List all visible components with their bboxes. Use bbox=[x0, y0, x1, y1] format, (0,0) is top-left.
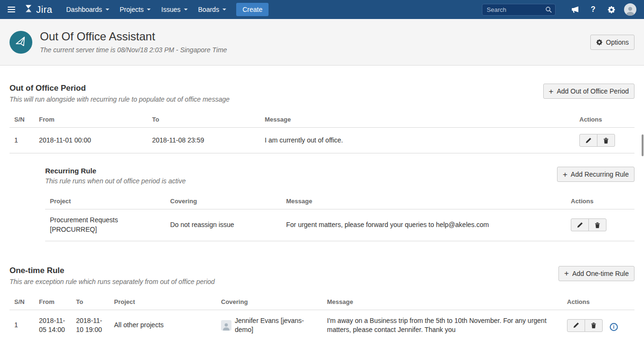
server-time-subtitle: The current server time is 08/Nov/18 2:0… bbox=[40, 46, 227, 54]
plus-icon: + bbox=[563, 172, 567, 177]
col-header-actions: Actions bbox=[575, 112, 634, 128]
onetime-row-sn: 1 bbox=[10, 310, 34, 341]
page-header: Out Of Office Assistant The current serv… bbox=[0, 19, 644, 66]
search-input[interactable] bbox=[482, 4, 556, 16]
add-period-label: Add Out of Office Period bbox=[557, 87, 629, 95]
col-header-sn: S/N bbox=[10, 112, 34, 128]
jira-logo-text: Jira bbox=[36, 4, 52, 15]
plus-icon: + bbox=[549, 89, 554, 94]
onetime-row-covering: Jennifer Evans [jevans-demo] bbox=[235, 316, 317, 335]
col-header-covering: Covering bbox=[165, 193, 281, 209]
nav-projects-label: Projects bbox=[120, 6, 144, 13]
recurring-section-title: Recurring Rule bbox=[45, 167, 557, 175]
jira-logo[interactable]: Jira bbox=[24, 4, 52, 15]
add-one-time-rule-button[interactable]: + Add One-time Rule bbox=[558, 266, 634, 281]
onetime-row-project: All other projects bbox=[109, 310, 216, 341]
add-out-of-office-period-button[interactable]: + Add Out of Office Period bbox=[543, 84, 634, 99]
recurring-row-project: Procurement Requests [PROCURREQ] bbox=[45, 209, 165, 241]
add-recurring-label: Add Recurring Rule bbox=[571, 170, 629, 178]
col-header-message: Message bbox=[281, 193, 566, 209]
period-row-sn: 1 bbox=[10, 128, 34, 153]
chevron-down-icon bbox=[147, 9, 151, 10]
col-header-from: From bbox=[34, 294, 71, 310]
jira-logo-icon bbox=[24, 4, 33, 15]
options-button-label: Options bbox=[606, 38, 629, 46]
nav-boards-label: Boards bbox=[198, 6, 219, 13]
recurring-row-message: For urgent matters, please forward your … bbox=[281, 209, 566, 241]
add-recurring-rule-button[interactable]: + Add Recurring Rule bbox=[557, 167, 634, 182]
nav-dashboards[interactable]: Dashboards bbox=[61, 0, 115, 19]
chevron-down-icon bbox=[222, 9, 226, 10]
edit-button[interactable] bbox=[579, 134, 597, 147]
top-navbar: Jira Dashboards Projects Issues Boards C… bbox=[0, 0, 644, 19]
nav-projects[interactable]: Projects bbox=[115, 0, 156, 19]
user-avatar[interactable] bbox=[624, 3, 636, 16]
add-onetime-label: Add One-time Rule bbox=[572, 270, 629, 277]
col-header-from: From bbox=[34, 112, 147, 128]
table-row: 1 2018-11-01 00:00 2018-11-08 23:59 I am… bbox=[10, 128, 634, 153]
recurring-section-subtitle: This rule runs when out of office period… bbox=[45, 177, 557, 185]
recurring-row-covering: Do not reassign issue bbox=[165, 209, 281, 241]
col-header-actions: Actions bbox=[566, 193, 634, 209]
nav-issues-label: Issues bbox=[161, 6, 180, 13]
col-header-actions: Actions bbox=[557, 294, 634, 310]
period-row-to: 2018-11-08 23:59 bbox=[147, 128, 260, 153]
paper-plane-icon bbox=[10, 31, 32, 54]
help-glyph: ? bbox=[591, 5, 596, 14]
user-avatar bbox=[221, 320, 231, 331]
options-button[interactable]: Options bbox=[590, 35, 634, 50]
gear-icon[interactable] bbox=[606, 4, 616, 15]
quick-search bbox=[482, 4, 556, 16]
col-header-project: Project bbox=[45, 193, 165, 209]
onetime-table: S/N From To Project Covering Message Act… bbox=[10, 294, 634, 341]
col-header-message: Message bbox=[260, 112, 575, 128]
col-header-covering: Covering bbox=[216, 294, 322, 310]
col-header-to: To bbox=[147, 112, 260, 128]
info-icon[interactable]: i bbox=[610, 323, 618, 331]
period-section-title: Out of Office Period bbox=[10, 84, 543, 93]
period-section-subtitle: This will run alongside with recurring r… bbox=[10, 95, 543, 103]
search-icon[interactable] bbox=[545, 6, 552, 15]
table-row: Procurement Requests [PROCURREQ] Do not … bbox=[45, 209, 634, 241]
recurring-rule-section: Recurring Rule This rule runs when out o… bbox=[45, 167, 634, 241]
onetime-row-from: 2018-11-05 14:00 bbox=[34, 310, 71, 341]
period-row-from: 2018-11-01 00:00 bbox=[34, 128, 147, 153]
nav-dashboards-label: Dashboards bbox=[66, 6, 102, 13]
covering-user: Jennifer Evans [jevans-demo] bbox=[221, 316, 317, 335]
create-button[interactable]: Create bbox=[236, 3, 269, 16]
gear-icon bbox=[596, 39, 603, 46]
delete-button[interactable] bbox=[585, 319, 603, 332]
plus-icon: + bbox=[564, 271, 569, 276]
out-of-office-period-section: Out of Office Period This will run along… bbox=[10, 84, 634, 241]
period-row-message: I am currently out of office. bbox=[260, 128, 575, 153]
recurring-table: Project Covering Message Actions Procure… bbox=[45, 193, 634, 241]
scrollbar-thumb[interactable] bbox=[642, 134, 644, 156]
page-title: Out Of Office Assistant bbox=[40, 30, 227, 43]
period-table: S/N From To Message Actions 1 2018-11-01… bbox=[10, 112, 634, 153]
delete-button[interactable] bbox=[588, 218, 606, 231]
hamburger-menu-icon[interactable] bbox=[8, 7, 15, 12]
one-time-rule-section: One-time Rule This are exception rule wh… bbox=[10, 266, 634, 341]
megaphone-icon[interactable] bbox=[570, 4, 580, 15]
col-header-message: Message bbox=[322, 294, 557, 310]
onetime-section-subtitle: This are exception rule which runs separ… bbox=[10, 278, 558, 285]
col-header-to: To bbox=[71, 294, 109, 310]
onetime-row-message: I'm away on a Business trip from the 5th… bbox=[322, 310, 557, 341]
delete-button[interactable] bbox=[597, 134, 615, 147]
edit-button[interactable] bbox=[567, 319, 585, 332]
nav-boards[interactable]: Boards bbox=[193, 0, 231, 19]
edit-button[interactable] bbox=[571, 218, 589, 231]
col-header-project: Project bbox=[109, 294, 216, 310]
col-header-sn: S/N bbox=[10, 294, 34, 310]
chevron-down-icon bbox=[184, 9, 188, 10]
nav-issues[interactable]: Issues bbox=[156, 0, 192, 19]
help-icon[interactable]: ? bbox=[588, 4, 598, 15]
onetime-row-to: 2018-11-10 19:00 bbox=[71, 310, 109, 341]
table-row: 1 2018-11-05 14:00 2018-11-10 19:00 All … bbox=[10, 310, 634, 341]
chevron-down-icon bbox=[106, 9, 109, 10]
onetime-section-title: One-time Rule bbox=[10, 266, 558, 275]
